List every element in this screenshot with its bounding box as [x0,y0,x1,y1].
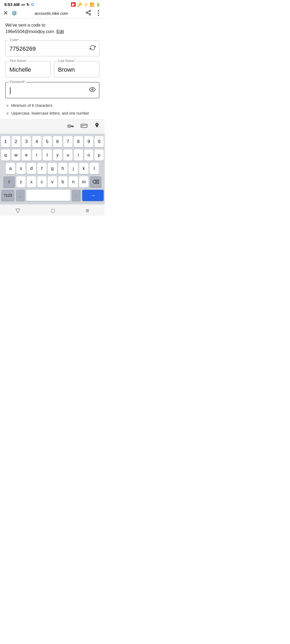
text-cursor [10,87,10,94]
key-4[interactable]: 4 [32,136,41,147]
code-field-group: Code* [5,40,99,56]
refresh-icon: ↻ [26,2,30,7]
number-row: 1 2 3 4 5 6 7 8 9 0 [1,136,104,147]
share-icon[interactable] [85,10,91,17]
password-field-group: Password* [5,82,99,98]
autofill-toolbar [0,119,105,134]
sent-code-text: We've sent a code to 196e5504@moodjoy.co… [5,22,99,35]
key-3[interactable]: 3 [22,136,31,147]
card-autofill-icon[interactable] [81,123,88,130]
nav-bar: ▽ □ ≡ [0,204,105,216]
key-p[interactable]: p [95,149,104,161]
key-1[interactable]: 1 [1,136,10,147]
keyboard: 1 2 3 4 5 6 7 8 9 0 q w e r t y u i o p … [0,134,105,204]
svg-line-4 [88,11,89,12]
key-c[interactable]: c [37,176,46,188]
svg-rect-10 [71,126,72,127]
password-requirements: ✕ Minimum of 8 characters ✕ Uppercase, l… [6,103,99,116]
req-min-chars: ✕ Minimum of 8 characters [6,103,99,109]
key-l[interactable]: l [90,163,99,174]
edit-link[interactable]: Edit [56,29,64,34]
svg-line-3 [88,13,89,14]
row-bottom: ?123 , . → [1,190,104,201]
key-h[interactable]: h [58,163,67,174]
key-k[interactable]: k [79,163,88,174]
key-u[interactable]: u [63,149,73,161]
video-icon: ▭ [21,2,25,7]
return-key[interactable]: → [82,190,104,201]
home-nav-icon[interactable]: □ [51,207,55,214]
code-label: Code* [9,38,20,42]
tab-icon: ⚙️ [11,10,17,16]
key-9[interactable]: 9 [84,136,93,147]
key-x[interactable]: x [27,176,36,188]
symbol-key[interactable]: ?123 [1,190,15,201]
key-m[interactable]: m [79,176,88,188]
key-8[interactable]: 8 [74,136,83,147]
last-name-input[interactable] [54,61,99,77]
key-w[interactable]: w [12,149,21,161]
location-autofill-icon[interactable] [94,122,100,131]
key-n[interactable]: n [69,176,78,188]
eye-icon[interactable] [89,86,96,94]
req-complexity: ✕ Uppercase, lowercase letters, and one … [6,111,99,116]
key-s[interactable]: s [16,163,26,174]
backspace-key[interactable]: ⌫ [90,176,102,188]
code-input[interactable] [5,40,99,56]
url-bar[interactable]: accounts.nike.com [20,11,82,16]
row-3: ⇧ z x c v b n m ⌫ [1,176,104,188]
bluetooth-icon: ⚡ [84,2,88,7]
more-options-icon[interactable]: ⋮ [95,9,102,17]
status-left: 9:53 AM ▭ ↻ G [4,2,34,7]
row-2: a s d f g h j k l [1,163,104,174]
status-bar: 9:53 AM ▭ ↻ G ▶ 🔑 ⚡ 📶 🔋 [0,0,105,8]
page-content: We've sent a code to 196e5504@moodjoy.co… [0,19,105,116]
svg-point-7 [68,126,70,127]
key-6[interactable]: 6 [53,136,62,147]
key-i[interactable]: i [74,149,83,161]
battery-icon: 🔋 [96,2,100,7]
key-d[interactable]: d [27,163,36,174]
record-icon: ▶ [71,2,76,7]
refresh-code-icon[interactable] [90,45,96,52]
key-v[interactable]: v [48,176,57,188]
svg-rect-9 [73,126,73,127]
key-icon: 🔑 [77,2,82,7]
browser-actions: ⋮ [85,9,102,17]
key-t[interactable]: t [43,149,52,161]
key-q[interactable]: q [1,149,10,161]
key-g[interactable]: g [48,163,57,174]
key-0[interactable]: 0 [95,136,104,147]
password-input-display[interactable] [5,82,99,98]
space-key[interactable] [26,190,70,201]
key-5[interactable]: 5 [43,136,52,147]
menu-nav-icon[interactable]: ≡ [86,207,89,214]
browser-bar: ✕ ⚙️ accounts.nike.com ⋮ [0,8,105,19]
key-y[interactable]: y [53,149,62,161]
key-r[interactable]: r [32,149,41,161]
shift-key[interactable]: ⇧ [3,176,15,188]
key-f[interactable]: f [37,163,46,174]
key-b[interactable]: b [58,176,67,188]
key-o[interactable]: o [84,149,93,161]
wifi-icon: 📶 [90,2,94,7]
key-2[interactable]: 2 [12,136,21,147]
key-e[interactable]: e [22,149,31,161]
status-time: 9:53 AM [4,2,20,7]
comma-key[interactable]: , [16,190,25,201]
back-nav-icon[interactable]: ▽ [16,207,20,214]
key-z[interactable]: z [16,176,26,188]
first-name-field-group: First Name* [5,61,51,77]
password-autofill-icon[interactable] [67,123,74,130]
password-label: Password* [9,80,26,84]
key-a[interactable]: a [6,163,15,174]
close-button[interactable]: ✕ [3,10,8,17]
req-x-1: ✕ [6,103,9,109]
period-key[interactable]: . [72,190,81,201]
key-j[interactable]: j [69,163,78,174]
key-7[interactable]: 7 [63,136,73,147]
google-icon: G [31,2,34,7]
req-x-2: ✕ [6,111,9,116]
first-name-input[interactable] [5,61,51,77]
status-right: ▶ 🔑 ⚡ 📶 🔋 [71,2,100,7]
